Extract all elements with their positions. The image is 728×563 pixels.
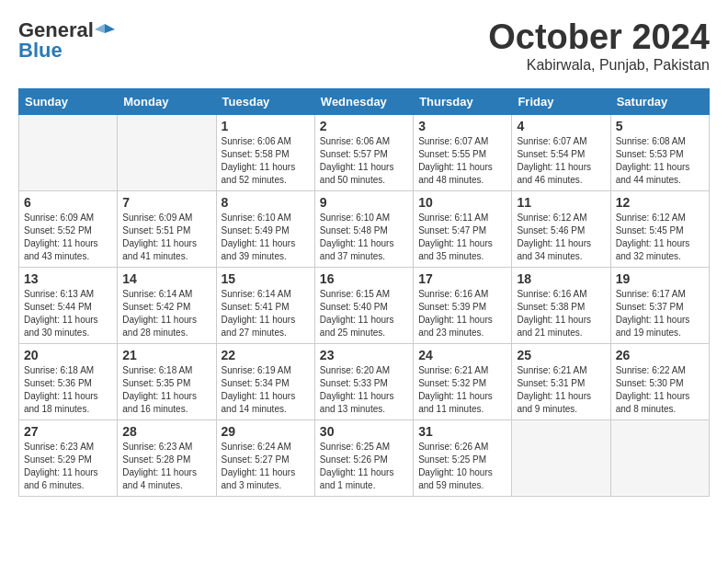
calendar-cell: 8Sunrise: 6:10 AM Sunset: 5:49 PM Daylig…	[216, 190, 314, 267]
day-info: Sunrise: 6:16 AM Sunset: 5:39 PM Dayligh…	[418, 288, 506, 339]
day-number: 24	[418, 348, 506, 362]
calendar-cell: 18Sunrise: 6:16 AM Sunset: 5:38 PM Dayli…	[512, 267, 610, 343]
day-info: Sunrise: 6:12 AM Sunset: 5:46 PM Dayligh…	[517, 212, 605, 263]
week-row-4: 27Sunrise: 6:23 AM Sunset: 5:29 PM Dayli…	[19, 419, 710, 496]
day-number: 3	[418, 119, 506, 133]
calendar-cell: 5Sunrise: 6:08 AM Sunset: 5:53 PM Daylig…	[610, 114, 709, 190]
day-number: 25	[517, 348, 605, 362]
calendar-cell: 17Sunrise: 6:16 AM Sunset: 5:39 PM Dayli…	[414, 267, 512, 343]
calendar-cell: 19Sunrise: 6:17 AM Sunset: 5:37 PM Dayli…	[610, 267, 709, 343]
calendar-cell: 31Sunrise: 6:26 AM Sunset: 5:25 PM Dayli…	[414, 419, 512, 496]
col-header-sunday: Sunday	[19, 88, 118, 114]
day-number: 29	[222, 424, 310, 439]
page-header: General Blue October 2024 Kabirwala, Pun…	[18, 18, 710, 74]
day-number: 6	[24, 195, 112, 210]
calendar-cell	[610, 419, 709, 496]
day-number: 20	[24, 348, 112, 362]
day-number: 30	[320, 424, 408, 439]
day-info: Sunrise: 6:10 AM Sunset: 5:48 PM Dayligh…	[320, 212, 408, 263]
day-number: 9	[320, 195, 408, 210]
calendar-cell: 2Sunrise: 6:06 AM Sunset: 5:57 PM Daylig…	[314, 114, 413, 190]
day-number: 8	[222, 195, 310, 210]
col-header-monday: Monday	[118, 88, 216, 114]
day-info: Sunrise: 6:23 AM Sunset: 5:28 PM Dayligh…	[122, 441, 210, 492]
svg-marker-0	[105, 24, 115, 33]
day-info: Sunrise: 6:24 AM Sunset: 5:27 PM Dayligh…	[222, 441, 310, 492]
col-header-friday: Friday	[512, 88, 610, 114]
calendar-cell: 30Sunrise: 6:25 AM Sunset: 5:26 PM Dayli…	[314, 419, 413, 496]
svg-marker-1	[95, 24, 105, 33]
day-number: 16	[320, 271, 408, 286]
day-info: Sunrise: 6:08 AM Sunset: 5:53 PM Dayligh…	[616, 135, 704, 187]
day-number: 10	[418, 195, 506, 210]
day-info: Sunrise: 6:22 AM Sunset: 5:30 PM Dayligh…	[616, 364, 704, 416]
day-info: Sunrise: 6:25 AM Sunset: 5:26 PM Dayligh…	[320, 441, 408, 492]
day-number: 26	[616, 348, 704, 362]
calendar-cell: 21Sunrise: 6:18 AM Sunset: 5:35 PM Dayli…	[118, 343, 216, 419]
day-number: 7	[122, 195, 210, 210]
day-number: 12	[616, 195, 704, 210]
day-number: 22	[222, 348, 310, 362]
day-info: Sunrise: 6:14 AM Sunset: 5:41 PM Dayligh…	[222, 288, 310, 339]
calendar-cell: 15Sunrise: 6:14 AM Sunset: 5:41 PM Dayli…	[216, 267, 314, 343]
calendar-cell: 16Sunrise: 6:15 AM Sunset: 5:40 PM Dayli…	[314, 267, 413, 343]
header-row: SundayMondayTuesdayWednesdayThursdayFrid…	[19, 88, 710, 114]
day-number: 5	[616, 119, 704, 133]
col-header-thursday: Thursday	[414, 88, 512, 114]
calendar-cell: 9Sunrise: 6:10 AM Sunset: 5:48 PM Daylig…	[314, 190, 413, 267]
calendar-cell	[512, 419, 610, 496]
calendar-cell: 11Sunrise: 6:12 AM Sunset: 5:46 PM Dayli…	[512, 190, 610, 267]
day-number: 1	[222, 119, 310, 133]
day-info: Sunrise: 6:11 AM Sunset: 5:47 PM Dayligh…	[418, 212, 506, 263]
week-row-3: 20Sunrise: 6:18 AM Sunset: 5:36 PM Dayli…	[19, 343, 710, 419]
day-info: Sunrise: 6:12 AM Sunset: 5:45 PM Dayligh…	[616, 212, 704, 263]
day-info: Sunrise: 6:23 AM Sunset: 5:29 PM Dayligh…	[24, 441, 112, 492]
logo-bird-icon	[95, 20, 115, 40]
day-info: Sunrise: 6:21 AM Sunset: 5:31 PM Dayligh…	[517, 364, 605, 416]
calendar-cell: 29Sunrise: 6:24 AM Sunset: 5:27 PM Dayli…	[216, 419, 314, 496]
day-number: 21	[122, 348, 210, 362]
day-number: 18	[517, 271, 605, 286]
day-info: Sunrise: 6:15 AM Sunset: 5:40 PM Dayligh…	[320, 288, 408, 339]
day-info: Sunrise: 6:18 AM Sunset: 5:35 PM Dayligh…	[122, 364, 210, 416]
calendar-cell	[118, 114, 216, 190]
day-info: Sunrise: 6:18 AM Sunset: 5:36 PM Dayligh…	[24, 364, 112, 416]
day-info: Sunrise: 6:20 AM Sunset: 5:33 PM Dayligh…	[320, 364, 408, 416]
location: Kabirwala, Punjab, Pakistan	[488, 57, 710, 74]
calendar-cell: 27Sunrise: 6:23 AM Sunset: 5:29 PM Dayli…	[19, 419, 118, 496]
day-number: 19	[616, 271, 704, 286]
calendar-cell: 23Sunrise: 6:20 AM Sunset: 5:33 PM Dayli…	[314, 343, 413, 419]
col-header-wednesday: Wednesday	[314, 88, 413, 114]
day-info: Sunrise: 6:19 AM Sunset: 5:34 PM Dayligh…	[222, 364, 310, 416]
day-info: Sunrise: 6:13 AM Sunset: 5:44 PM Dayligh…	[24, 288, 112, 339]
day-number: 15	[222, 271, 310, 286]
day-number: 17	[418, 271, 506, 286]
day-info: Sunrise: 6:07 AM Sunset: 5:54 PM Dayligh…	[517, 135, 605, 187]
day-info: Sunrise: 6:10 AM Sunset: 5:49 PM Dayligh…	[222, 212, 310, 263]
week-row-0: 1Sunrise: 6:06 AM Sunset: 5:58 PM Daylig…	[19, 114, 710, 190]
calendar-cell: 10Sunrise: 6:11 AM Sunset: 5:47 PM Dayli…	[414, 190, 512, 267]
calendar-cell: 24Sunrise: 6:21 AM Sunset: 5:32 PM Dayli…	[414, 343, 512, 419]
day-number: 23	[320, 348, 408, 362]
calendar-cell: 13Sunrise: 6:13 AM Sunset: 5:44 PM Dayli…	[19, 267, 118, 343]
day-number: 27	[24, 424, 112, 439]
day-number: 28	[122, 424, 210, 439]
calendar-cell: 25Sunrise: 6:21 AM Sunset: 5:31 PM Dayli…	[512, 343, 610, 419]
day-number: 11	[517, 195, 605, 210]
calendar-cell: 12Sunrise: 6:12 AM Sunset: 5:45 PM Dayli…	[610, 190, 709, 267]
day-info: Sunrise: 6:14 AM Sunset: 5:42 PM Dayligh…	[122, 288, 210, 339]
day-info: Sunrise: 6:09 AM Sunset: 5:52 PM Dayligh…	[24, 212, 112, 263]
calendar-cell: 22Sunrise: 6:19 AM Sunset: 5:34 PM Dayli…	[216, 343, 314, 419]
day-number: 4	[517, 119, 605, 133]
day-info: Sunrise: 6:16 AM Sunset: 5:38 PM Dayligh…	[517, 288, 605, 339]
title-area: October 2024 Kabirwala, Punjab, Pakistan	[488, 18, 710, 74]
col-header-saturday: Saturday	[610, 88, 709, 114]
day-number: 31	[418, 424, 506, 439]
calendar-cell: 26Sunrise: 6:22 AM Sunset: 5:30 PM Dayli…	[610, 343, 709, 419]
day-number: 14	[122, 271, 210, 286]
week-row-1: 6Sunrise: 6:09 AM Sunset: 5:52 PM Daylig…	[19, 190, 710, 267]
day-number: 2	[320, 119, 408, 133]
day-info: Sunrise: 6:06 AM Sunset: 5:58 PM Dayligh…	[222, 135, 310, 187]
day-info: Sunrise: 6:17 AM Sunset: 5:37 PM Dayligh…	[616, 288, 704, 339]
day-info: Sunrise: 6:06 AM Sunset: 5:57 PM Dayligh…	[320, 135, 408, 187]
